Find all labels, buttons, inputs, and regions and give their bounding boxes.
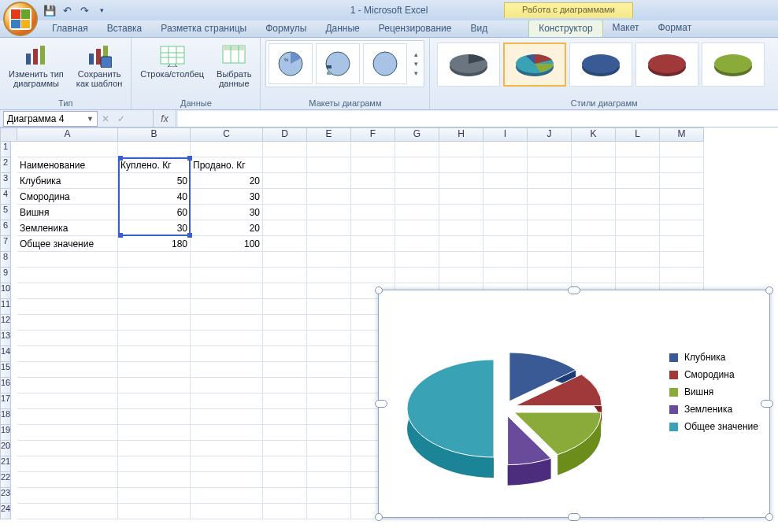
select-all-button[interactable] <box>0 127 17 142</box>
row-header[interactable]: 21 <box>0 456 11 472</box>
cell[interactable] <box>528 220 572 236</box>
cell[interactable] <box>263 456 307 472</box>
cell[interactable] <box>17 488 118 504</box>
select-data-button[interactable]: Выбрать данные <box>213 40 255 91</box>
cell[interactable] <box>191 283 263 299</box>
row-header[interactable]: 23 <box>0 488 11 504</box>
column-header[interactable]: D <box>263 127 307 142</box>
cell[interactable] <box>191 362 263 378</box>
cell[interactable] <box>263 331 307 346</box>
resize-handle-w[interactable] <box>375 400 387 408</box>
cell[interactable] <box>17 299 118 315</box>
cell[interactable] <box>307 441 351 456</box>
cell[interactable] <box>17 252 118 268</box>
cell[interactable] <box>572 173 616 189</box>
cell[interactable] <box>307 173 351 189</box>
legend-item[interactable]: Клубника <box>669 352 758 363</box>
cell[interactable] <box>17 346 118 362</box>
cell[interactable] <box>395 173 439 189</box>
cell[interactable] <box>660 220 704 236</box>
cell[interactable] <box>395 205 439 220</box>
tab-view[interactable]: Вид <box>461 20 497 37</box>
cell[interactable] <box>351 157 395 173</box>
cell[interactable] <box>483 189 528 205</box>
switch-row-column-button[interactable]: Строка/столбец <box>136 40 208 81</box>
cell[interactable] <box>263 362 307 378</box>
cell[interactable] <box>351 142 395 157</box>
cell[interactable] <box>191 268 263 283</box>
cell[interactable] <box>263 142 307 157</box>
cell[interactable]: 30 <box>191 205 263 220</box>
cell[interactable] <box>572 157 616 173</box>
cell[interactable] <box>263 425 307 441</box>
cell[interactable] <box>118 315 191 331</box>
column-header[interactable]: F <box>351 127 395 142</box>
cell[interactable] <box>118 456 191 472</box>
cell[interactable] <box>191 409 263 425</box>
layout-3[interactable] <box>363 43 407 84</box>
cell[interactable] <box>307 472 351 488</box>
cell[interactable]: Наименование <box>17 157 118 173</box>
resize-handle-nw[interactable] <box>375 286 383 294</box>
cell[interactable] <box>616 157 660 173</box>
cell[interactable] <box>483 157 528 173</box>
layout-2[interactable] <box>316 43 360 84</box>
cell[interactable] <box>395 157 439 173</box>
cell[interactable] <box>307 205 351 220</box>
cell[interactable] <box>263 488 307 504</box>
cell[interactable] <box>263 220 307 236</box>
cell[interactable] <box>191 299 263 315</box>
cell[interactable] <box>118 268 191 283</box>
cell[interactable] <box>660 236 704 252</box>
cell[interactable] <box>118 331 191 346</box>
cell[interactable] <box>263 268 307 283</box>
cell[interactable] <box>263 205 307 220</box>
resize-handle-e[interactable] <box>761 400 773 408</box>
tab-home[interactable]: Главная <box>43 20 98 37</box>
name-box[interactable]: Диаграмма 4 ▼ <box>3 111 98 127</box>
cell[interactable] <box>118 425 191 441</box>
cell[interactable]: 30 <box>118 220 191 236</box>
gallery-more-icon[interactable]: ▴▾▾ <box>410 50 421 77</box>
cell[interactable] <box>439 220 483 236</box>
cell[interactable] <box>191 331 263 346</box>
cell[interactable] <box>395 189 439 205</box>
cell[interactable] <box>395 236 439 252</box>
cell[interactable] <box>528 252 572 268</box>
cell[interactable] <box>17 456 118 472</box>
cell[interactable]: Куплено. Кг <box>118 157 191 173</box>
save-icon[interactable]: 💾 <box>43 3 57 17</box>
cell[interactable] <box>483 173 528 189</box>
cell[interactable]: Земленика <box>17 220 118 236</box>
cell[interactable] <box>439 236 483 252</box>
cell[interactable] <box>17 283 118 299</box>
cell[interactable]: 50 <box>118 173 191 189</box>
selection-handle[interactable] <box>187 156 192 161</box>
row-header[interactable]: 12 <box>0 315 11 331</box>
cell[interactable] <box>572 252 616 268</box>
cell[interactable] <box>572 220 616 236</box>
cell[interactable]: Продано. Кг <box>191 157 263 173</box>
cell[interactable] <box>616 236 660 252</box>
cell[interactable] <box>17 268 118 283</box>
cell[interactable] <box>572 142 616 157</box>
cell[interactable] <box>351 268 395 283</box>
tab-formulas[interactable]: Формулы <box>256 20 316 37</box>
column-header[interactable]: B <box>118 127 191 142</box>
tab-layout[interactable]: Макет <box>603 20 649 37</box>
cell[interactable] <box>439 157 483 173</box>
change-chart-type-button[interactable]: Изменить тип диаграммы <box>5 40 68 91</box>
cell[interactable]: 180 <box>118 236 191 252</box>
selection-handle[interactable] <box>187 233 192 238</box>
tab-page-layout[interactable]: Разметка страницы <box>151 20 256 37</box>
cell[interactable] <box>528 189 572 205</box>
cell[interactable] <box>118 472 191 488</box>
cell[interactable] <box>307 189 351 205</box>
cell[interactable] <box>263 393 307 409</box>
cell[interactable] <box>307 142 351 157</box>
row-header[interactable]: 15 <box>0 362 11 378</box>
cell[interactable] <box>660 189 704 205</box>
cell[interactable] <box>263 173 307 189</box>
cell[interactable] <box>263 378 307 393</box>
cell[interactable]: 100 <box>191 236 263 252</box>
